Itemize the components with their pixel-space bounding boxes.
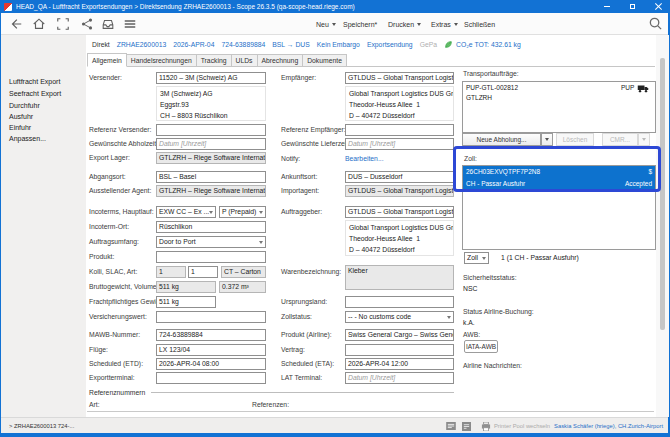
field-frachtpflichtiges-gewicht[interactable]: 511 kg (156, 296, 216, 308)
neue-abholung-dropdown[interactable] (541, 133, 553, 146)
statusbar-shipment-tab[interactable]: > ZRHAE2600013 724-... (9, 423, 74, 429)
label-airline-nachrichten: Airline Nachrichten: (463, 362, 522, 369)
field-ankunftsort[interactable]: DUS – Dusseldorf (345, 171, 454, 183)
field-scheduled-eta[interactable]: 2026-APR-04 12:00 (345, 358, 454, 370)
field-incoterm-ort[interactable]: Rüschlikon (156, 221, 266, 233)
field-exportterminal[interactable] (156, 372, 266, 384)
share-icon[interactable] (80, 17, 94, 31)
field-export-lager[interactable]: GTLZRH – Riege Software Internation (156, 152, 266, 164)
tab-handelsrechnungen[interactable]: Handelsrechnungen (126, 54, 197, 67)
tab-abrechnung[interactable]: Abrechnung (257, 54, 304, 67)
select-incoterms[interactable]: EXW CC – Ex ... (156, 206, 216, 218)
tab-dokumente[interactable]: Dokumente (302, 54, 347, 67)
field-lat-terminal[interactable]: Datum [Uhrzeit] (345, 372, 454, 384)
select-payment[interactable]: P (Prepaid) (219, 206, 266, 218)
field-referenz-versender[interactable] (156, 124, 266, 136)
cmr-button[interactable]: CMR... (602, 133, 638, 146)
sidebar-item-seefracht-export[interactable]: Seefracht Export (9, 90, 61, 97)
printer-pool-link[interactable]: Printer Pool wechseln (494, 423, 550, 429)
menu-neu[interactable]: Neu (316, 13, 336, 35)
list-icon[interactable] (123, 17, 137, 31)
neue-abholung-button[interactable]: Neue Abholung... (462, 133, 541, 146)
home-icon[interactable] (32, 17, 46, 31)
field-auftraggeber[interactable]: GTLDUS – Global Transport Logistics (345, 206, 454, 218)
field-versender[interactable]: 11520 – 3M (Schweiz) AG (156, 72, 266, 84)
sidebar-item-luftfracht-export[interactable]: Luftfracht Export (9, 78, 60, 85)
field-produkt[interactable] (156, 251, 266, 263)
field-kolli[interactable]: 1 (156, 266, 186, 278)
sidebar-item-ausfuhr[interactable]: Ausfuhr (9, 113, 33, 120)
label-referenz-versender: Referenz Versender: (89, 126, 151, 133)
menu-speichern[interactable]: Speichern* (343, 13, 377, 35)
zoll-selected-item[interactable]: 26CH03EXVQTPF7P2N8$ CH - Passar AusfuhrA… (463, 166, 655, 189)
tab-ulds[interactable]: ULDs (231, 54, 258, 67)
label-awb: AWB: (463, 331, 480, 338)
field-mawb-nummer[interactable]: 724-63889884 (156, 329, 266, 341)
field-abholzeit[interactable]: Datum [Uhrzeit] (156, 138, 266, 150)
minimize-button[interactable] (604, 6, 610, 7)
field-referenz-empfaenger[interactable] (345, 124, 454, 136)
menu-schliessen[interactable]: Schließen (464, 13, 495, 35)
zoll-combo[interactable]: Zoll (464, 252, 489, 264)
label-art: Art: (89, 401, 100, 408)
cmr-dropdown[interactable] (638, 133, 650, 146)
printer-icon[interactable] (481, 422, 491, 431)
summary-shipment-link[interactable]: ZRHAE2600013 (117, 41, 167, 48)
label-scheduled-etd: Scheduled (ETD): (89, 360, 143, 367)
summary-embargo-link[interactable]: Kein Embargo (317, 41, 360, 48)
statusbar-note-icon[interactable] (462, 422, 471, 431)
fullscreen-icon[interactable] (56, 17, 70, 31)
maximize-button[interactable] (630, 4, 635, 9)
transport-item-line1[interactable]: PUP-GTL-002812 (466, 84, 518, 91)
search-icon[interactable] (648, 16, 662, 30)
label-kolli-slac-art: Kolli, SLAC, Art: (89, 268, 137, 275)
field-scheduled-etd[interactable]: 2026-APR-04 08:00 (156, 358, 266, 370)
select-zollstatus[interactable]: -- - No customs code (345, 311, 454, 323)
tab-tracking[interactable]: Tracking (196, 54, 232, 67)
sidebar-item-durchfuhr[interactable]: Durchfuhr (9, 102, 40, 109)
summary-sendung-link[interactable]: Exportsendung (367, 41, 413, 48)
menu-drucken[interactable]: Drucken (388, 13, 421, 35)
loeschen-button[interactable]: Löschen (556, 133, 594, 146)
field-produkt-airline[interactable]: Swiss General Cargo – Swiss General (345, 329, 454, 341)
label-ankunftsort: Ankunftsort: (281, 173, 317, 180)
field-versicherungswert[interactable] (156, 311, 266, 323)
label-versender: Versender: (89, 74, 122, 81)
select-auftragsumfang[interactable]: Door to Port (156, 236, 266, 248)
zoll-declaration-id: 26CH03EXVQTPF7P2N8 (466, 166, 540, 178)
field-vertrag[interactable] (345, 344, 454, 356)
sidebar-item-anpassen[interactable]: Anpassen... (9, 135, 46, 142)
field-bruttogewicht[interactable]: 511 kg (156, 281, 216, 293)
sidebar-item-einfuhr[interactable]: Einfuhr (9, 124, 31, 131)
field-ursprungsland[interactable] (345, 296, 454, 308)
menu-extras[interactable]: Extras (431, 13, 458, 35)
app-icon (4, 3, 12, 11)
notify-bearbeiten-link[interactable]: Bearbeiten... (345, 155, 384, 162)
close-button[interactable] (655, 3, 662, 10)
zoll-dollar: $ (648, 166, 652, 178)
label-sicherheitsstatus: Sicherheitsstatus: (463, 274, 517, 281)
field-abgangsort[interactable]: BSL – Basel (156, 171, 266, 183)
field-warenbezeichnung[interactable]: Kleber (345, 265, 454, 290)
field-ausstellender-agent[interactable]: GTLZRH – Riege Software Internation (156, 185, 266, 197)
field-importagent[interactable]: GTLDUS – Global Transport Logistics (345, 185, 454, 197)
summary-route-link[interactable]: BSL → DUS (272, 41, 310, 48)
inbox-icon[interactable] (101, 17, 115, 31)
field-volumen[interactable]: 0.372 m³ (219, 281, 266, 293)
transport-item-line2[interactable]: GTLZRH (466, 94, 492, 101)
scrollbar-thumb[interactable] (660, 58, 665, 330)
back-icon[interactable] (9, 17, 23, 31)
iata-awb-button[interactable]: IATA-AWB (464, 340, 498, 353)
field-fluege[interactable]: LX 123/04 (156, 344, 266, 356)
summary-date-link[interactable]: 2026-APR-04 (173, 41, 214, 48)
summary-awb-link[interactable]: 724-63889884 (221, 41, 265, 48)
statusbar-list-icon[interactable] (446, 422, 456, 430)
summary-co2-link[interactable]: CO₂e TOT: 432.61 kg (456, 41, 521, 48)
field-slac[interactable]: 1 (188, 266, 218, 278)
field-empfaenger[interactable]: GTLDUS – Global Transport Logistics (345, 72, 454, 84)
field-lieferzeit[interactable]: Datum [Uhrzeit] (345, 138, 454, 150)
tab-allgemein[interactable]: Allgemein (87, 53, 127, 67)
field-art[interactable]: CT – Carton (221, 266, 266, 278)
label-produkt: Produkt: (89, 253, 114, 260)
sidebar: Luftfracht Export Seefracht Export Durch… (1, 35, 86, 417)
